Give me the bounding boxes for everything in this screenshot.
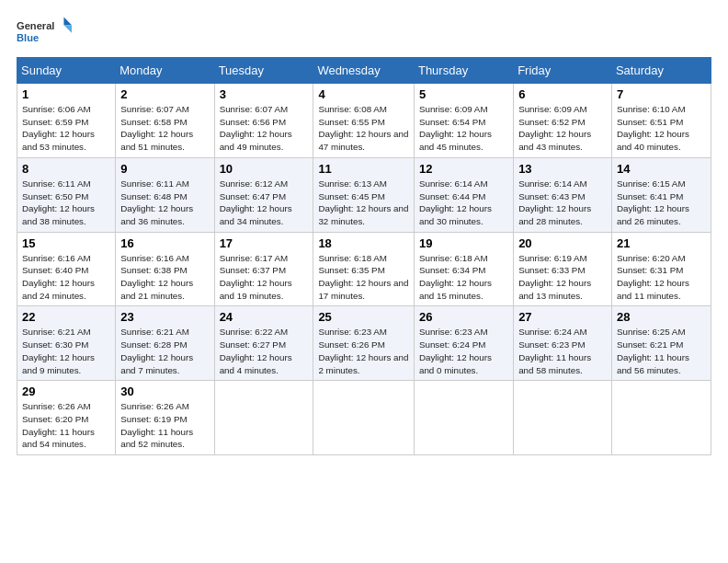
day-detail: Sunrise: 6:13 AMSunset: 6:45 PMDaylight:…	[318, 178, 408, 226]
day-detail: Sunrise: 6:11 AMSunset: 6:48 PMDaylight:…	[120, 178, 193, 226]
day-detail: Sunrise: 6:07 AMSunset: 6:56 PMDaylight:…	[220, 104, 292, 152]
calendar-week-row: 8 Sunrise: 6:11 AMSunset: 6:50 PMDayligh…	[17, 157, 711, 232]
calendar-table: SundayMondayTuesdayWednesdayThursdayFrid…	[17, 57, 711, 455]
day-number: 23	[120, 310, 209, 324]
day-number: 2	[120, 87, 209, 101]
header: General Blue	[17, 15, 711, 48]
svg-text:General: General	[17, 20, 54, 31]
calendar-day-cell: 16 Sunrise: 6:16 AMSunset: 6:38 PMDaylig…	[116, 232, 214, 306]
day-detail: Sunrise: 6:12 AMSunset: 6:47 PMDaylight:…	[220, 178, 292, 226]
calendar-day-cell: 7 Sunrise: 6:10 AMSunset: 6:51 PMDayligh…	[611, 84, 711, 158]
day-number: 10	[220, 162, 309, 176]
logo-svg: General Blue	[17, 15, 72, 48]
day-detail: Sunrise: 6:06 AMSunset: 6:59 PMDaylight:…	[22, 104, 95, 152]
empty-cell	[611, 381, 711, 455]
calendar-day-cell: 1 Sunrise: 6:06 AMSunset: 6:59 PMDayligh…	[17, 84, 116, 158]
day-detail: Sunrise: 6:26 AMSunset: 6:20 PMDaylight:…	[22, 401, 95, 449]
empty-cell	[514, 381, 612, 455]
day-number: 28	[617, 310, 706, 324]
calendar-day-cell: 2 Sunrise: 6:07 AMSunset: 6:58 PMDayligh…	[116, 84, 214, 158]
day-detail: Sunrise: 6:18 AMSunset: 6:35 PMDaylight:…	[318, 253, 408, 301]
day-detail: Sunrise: 6:26 AMSunset: 6:19 PMDaylight:…	[120, 401, 193, 449]
day-detail: Sunrise: 6:25 AMSunset: 6:21 PMDaylight:…	[617, 327, 689, 374]
day-detail: Sunrise: 6:22 AMSunset: 6:27 PMDaylight:…	[220, 327, 292, 374]
day-number: 1	[22, 87, 110, 101]
calendar-week-row: 15 Sunrise: 6:16 AMSunset: 6:40 PMDaylig…	[17, 232, 711, 306]
calendar-day-cell: 30 Sunrise: 6:26 AMSunset: 6:19 PMDaylig…	[116, 381, 214, 455]
day-number: 22	[22, 310, 110, 324]
calendar-day-cell: 14 Sunrise: 6:15 AMSunset: 6:41 PMDaylig…	[611, 157, 711, 232]
calendar-day-cell: 18 Sunrise: 6:18 AMSunset: 6:35 PMDaylig…	[313, 232, 415, 306]
day-number: 20	[518, 236, 607, 250]
day-number: 3	[220, 87, 309, 101]
day-number: 12	[419, 162, 508, 176]
col-header-saturday: Saturday	[611, 58, 711, 84]
day-number: 13	[518, 162, 607, 176]
calendar-day-cell: 28 Sunrise: 6:25 AMSunset: 6:21 PMDaylig…	[611, 306, 711, 381]
day-detail: Sunrise: 6:24 AMSunset: 6:23 PMDaylight:…	[518, 327, 591, 374]
col-header-wednesday: Wednesday	[313, 58, 415, 84]
calendar-day-cell: 22 Sunrise: 6:21 AMSunset: 6:30 PMDaylig…	[17, 306, 116, 381]
calendar-day-cell: 13 Sunrise: 6:14 AMSunset: 6:43 PMDaylig…	[514, 157, 612, 232]
col-header-friday: Friday	[514, 58, 612, 84]
calendar-week-row: 1 Sunrise: 6:06 AMSunset: 6:59 PMDayligh…	[17, 84, 711, 158]
page: General Blue SundayMondayTuesdayWednesda…	[0, 0, 728, 563]
day-detail: Sunrise: 6:09 AMSunset: 6:52 PMDaylight:…	[518, 104, 591, 152]
calendar-day-cell: 4 Sunrise: 6:08 AMSunset: 6:55 PMDayligh…	[313, 84, 415, 158]
day-number: 6	[518, 87, 607, 101]
calendar-day-cell: 3 Sunrise: 6:07 AMSunset: 6:56 PMDayligh…	[214, 84, 313, 158]
calendar-day-cell: 20 Sunrise: 6:19 AMSunset: 6:33 PMDaylig…	[514, 232, 612, 306]
day-detail: Sunrise: 6:07 AMSunset: 6:58 PMDaylight:…	[120, 104, 193, 152]
calendar-header-row: SundayMondayTuesdayWednesdayThursdayFrid…	[17, 58, 711, 84]
calendar-day-cell: 8 Sunrise: 6:11 AMSunset: 6:50 PMDayligh…	[17, 157, 116, 232]
day-number: 29	[22, 385, 110, 398]
day-number: 7	[617, 87, 706, 101]
day-detail: Sunrise: 6:20 AMSunset: 6:31 PMDaylight:…	[617, 253, 689, 301]
day-number: 24	[220, 310, 309, 324]
calendar-day-cell: 23 Sunrise: 6:21 AMSunset: 6:28 PMDaylig…	[116, 306, 214, 381]
calendar-day-cell: 25 Sunrise: 6:23 AMSunset: 6:26 PMDaylig…	[313, 306, 415, 381]
empty-cell	[313, 381, 415, 455]
day-number: 21	[617, 236, 706, 250]
day-number: 16	[120, 236, 209, 250]
day-number: 17	[220, 236, 309, 250]
day-detail: Sunrise: 6:23 AMSunset: 6:26 PMDaylight:…	[318, 327, 408, 374]
calendar-day-cell: 24 Sunrise: 6:22 AMSunset: 6:27 PMDaylig…	[214, 306, 313, 381]
day-detail: Sunrise: 6:15 AMSunset: 6:41 PMDaylight:…	[617, 178, 689, 226]
day-number: 14	[617, 162, 706, 176]
col-header-sunday: Sunday	[17, 58, 116, 84]
day-number: 4	[318, 87, 409, 101]
day-number: 9	[120, 162, 209, 176]
day-detail: Sunrise: 6:08 AMSunset: 6:55 PMDaylight:…	[318, 104, 408, 152]
day-number: 27	[518, 310, 607, 324]
day-detail: Sunrise: 6:14 AMSunset: 6:44 PMDaylight:…	[419, 178, 492, 226]
col-header-thursday: Thursday	[414, 58, 513, 84]
calendar-day-cell: 6 Sunrise: 6:09 AMSunset: 6:52 PMDayligh…	[514, 84, 612, 158]
logo: General Blue	[17, 15, 72, 48]
calendar-day-cell: 17 Sunrise: 6:17 AMSunset: 6:37 PMDaylig…	[214, 232, 313, 306]
day-detail: Sunrise: 6:21 AMSunset: 6:28 PMDaylight:…	[120, 327, 193, 374]
svg-marker-2	[63, 17, 72, 26]
calendar-day-cell: 10 Sunrise: 6:12 AMSunset: 6:47 PMDaylig…	[214, 157, 313, 232]
day-detail: Sunrise: 6:19 AMSunset: 6:33 PMDaylight:…	[518, 253, 591, 301]
day-number: 8	[22, 162, 110, 176]
calendar-day-cell: 5 Sunrise: 6:09 AMSunset: 6:54 PMDayligh…	[414, 84, 513, 158]
col-header-tuesday: Tuesday	[214, 58, 313, 84]
day-detail: Sunrise: 6:14 AMSunset: 6:43 PMDaylight:…	[518, 178, 591, 226]
day-detail: Sunrise: 6:23 AMSunset: 6:24 PMDaylight:…	[419, 327, 492, 374]
day-detail: Sunrise: 6:16 AMSunset: 6:40 PMDaylight:…	[22, 253, 95, 301]
empty-cell	[214, 381, 313, 455]
day-detail: Sunrise: 6:09 AMSunset: 6:54 PMDaylight:…	[419, 104, 492, 152]
day-number: 19	[419, 236, 508, 250]
calendar-day-cell: 15 Sunrise: 6:16 AMSunset: 6:40 PMDaylig…	[17, 232, 116, 306]
day-number: 25	[318, 310, 409, 324]
day-number: 30	[120, 385, 209, 398]
day-detail: Sunrise: 6:11 AMSunset: 6:50 PMDaylight:…	[22, 178, 95, 226]
col-header-monday: Monday	[116, 58, 214, 84]
calendar-day-cell: 29 Sunrise: 6:26 AMSunset: 6:20 PMDaylig…	[17, 381, 116, 455]
svg-text:Blue: Blue	[17, 32, 39, 43]
day-number: 5	[419, 87, 508, 101]
svg-marker-3	[63, 25, 72, 33]
calendar-week-row: 22 Sunrise: 6:21 AMSunset: 6:30 PMDaylig…	[17, 306, 711, 381]
day-detail: Sunrise: 6:17 AMSunset: 6:37 PMDaylight:…	[220, 253, 292, 301]
